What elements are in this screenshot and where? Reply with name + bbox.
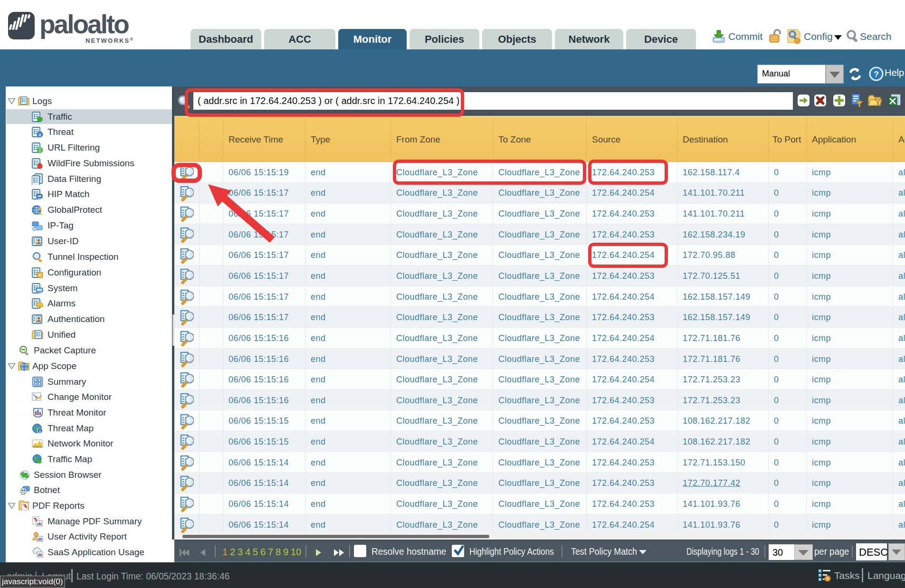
svg-text:x: x <box>39 429 41 434</box>
svg-text:?: ? <box>874 70 878 79</box>
svg-text:x: x <box>38 133 41 137</box>
